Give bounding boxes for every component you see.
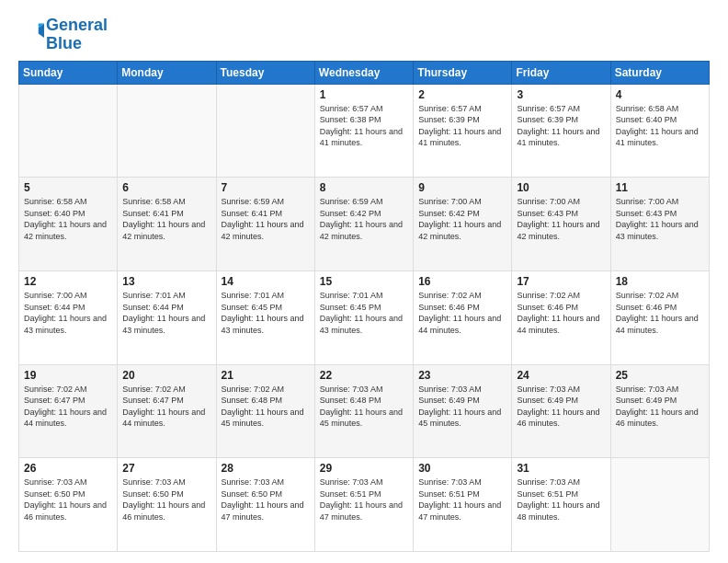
day-info: Sunrise: 7:01 AMSunset: 6:45 PMDaylight:… <box>320 290 408 336</box>
day-number: 15 <box>320 275 408 288</box>
logo-icon <box>18 22 44 48</box>
day-number: 25 <box>616 369 704 382</box>
day-number: 24 <box>517 369 605 382</box>
day-number: 31 <box>517 462 605 475</box>
day-info: Sunrise: 7:02 AMSunset: 6:46 PMDaylight:… <box>517 290 605 336</box>
calendar-week-row: 12Sunrise: 7:00 AMSunset: 6:44 PMDayligh… <box>19 270 710 364</box>
calendar-cell: 3Sunrise: 6:57 AMSunset: 6:39 PMDaylight… <box>512 84 610 178</box>
day-info: Sunrise: 6:57 AMSunset: 6:38 PMDaylight:… <box>320 103 408 149</box>
day-info: Sunrise: 7:01 AMSunset: 6:44 PMDaylight:… <box>122 290 210 336</box>
day-info: Sunrise: 7:03 AMSunset: 6:50 PMDaylight:… <box>24 477 112 523</box>
weekday-header-sunday: Sunday <box>19 61 118 84</box>
calendar-cell: 6Sunrise: 6:58 AMSunset: 6:41 PMDaylight… <box>118 178 216 271</box>
day-info: Sunrise: 6:57 AMSunset: 6:39 PMDaylight:… <box>418 103 506 149</box>
day-number: 18 <box>616 275 704 288</box>
calendar-cell: 30Sunrise: 7:03 AMSunset: 6:51 PMDayligh… <box>414 458 512 552</box>
calendar-cell: 28Sunrise: 7:03 AMSunset: 6:50 PMDayligh… <box>216 458 314 552</box>
day-number: 4 <box>616 88 704 101</box>
calendar-cell: 15Sunrise: 7:01 AMSunset: 6:45 PMDayligh… <box>314 270 413 364</box>
day-number: 29 <box>320 462 408 475</box>
day-number: 9 <box>418 181 506 194</box>
day-number: 10 <box>517 181 605 194</box>
day-info: Sunrise: 7:02 AMSunset: 6:47 PMDaylight:… <box>122 384 210 430</box>
day-info: Sunrise: 7:03 AMSunset: 6:49 PMDaylight:… <box>418 384 506 430</box>
day-info: Sunrise: 7:03 AMSunset: 6:49 PMDaylight:… <box>616 384 704 430</box>
day-number: 11 <box>616 181 704 194</box>
weekday-header-row: SundayMondayTuesdayWednesdayThursdayFrid… <box>19 61 710 84</box>
day-info: Sunrise: 6:58 AMSunset: 6:40 PMDaylight:… <box>616 103 704 149</box>
calendar-cell: 13Sunrise: 7:01 AMSunset: 6:44 PMDayligh… <box>118 270 216 364</box>
calendar-table: SundayMondayTuesdayWednesdayThursdayFrid… <box>18 61 710 552</box>
day-number: 20 <box>122 369 210 382</box>
logo: GeneralBlue <box>18 17 108 53</box>
calendar-cell: 7Sunrise: 6:59 AMSunset: 6:41 PMDaylight… <box>216 178 314 271</box>
day-info: Sunrise: 7:02 AMSunset: 6:48 PMDaylight:… <box>222 384 310 430</box>
day-number: 22 <box>320 369 408 382</box>
day-number: 1 <box>320 88 408 101</box>
calendar-cell <box>610 458 709 552</box>
day-info: Sunrise: 6:59 AMSunset: 6:41 PMDaylight:… <box>222 196 310 242</box>
day-number: 12 <box>24 275 112 288</box>
calendar-week-row: 19Sunrise: 7:02 AMSunset: 6:47 PMDayligh… <box>19 364 710 458</box>
day-info: Sunrise: 7:03 AMSunset: 6:50 PMDaylight:… <box>222 477 310 523</box>
calendar-cell <box>118 84 216 178</box>
calendar-cell: 12Sunrise: 7:00 AMSunset: 6:44 PMDayligh… <box>19 270 118 364</box>
day-info: Sunrise: 7:00 AMSunset: 6:43 PMDaylight:… <box>616 196 704 242</box>
calendar-cell: 10Sunrise: 7:00 AMSunset: 6:43 PMDayligh… <box>512 178 610 271</box>
page: GeneralBlue SundayMondayTuesdayWednesday… <box>0 0 728 563</box>
calendar-cell: 21Sunrise: 7:02 AMSunset: 6:48 PMDayligh… <box>216 364 314 458</box>
day-number: 16 <box>418 275 506 288</box>
day-number: 27 <box>122 462 210 475</box>
day-info: Sunrise: 6:58 AMSunset: 6:41 PMDaylight:… <box>122 196 210 242</box>
calendar-cell: 25Sunrise: 7:03 AMSunset: 6:49 PMDayligh… <box>610 364 709 458</box>
calendar-cell: 8Sunrise: 6:59 AMSunset: 6:42 PMDaylight… <box>314 178 413 271</box>
day-info: Sunrise: 6:59 AMSunset: 6:42 PMDaylight:… <box>320 196 408 242</box>
calendar-cell: 2Sunrise: 6:57 AMSunset: 6:39 PMDaylight… <box>414 84 512 178</box>
calendar-cell: 16Sunrise: 7:02 AMSunset: 6:46 PMDayligh… <box>414 270 512 364</box>
day-info: Sunrise: 7:00 AMSunset: 6:44 PMDaylight:… <box>24 290 112 336</box>
day-number: 5 <box>24 181 112 194</box>
calendar-cell <box>216 84 314 178</box>
day-number: 26 <box>24 462 112 475</box>
day-info: Sunrise: 6:57 AMSunset: 6:39 PMDaylight:… <box>517 103 605 149</box>
calendar-cell: 5Sunrise: 6:58 AMSunset: 6:40 PMDaylight… <box>19 178 118 271</box>
calendar-cell: 23Sunrise: 7:03 AMSunset: 6:49 PMDayligh… <box>414 364 512 458</box>
day-info: Sunrise: 7:02 AMSunset: 6:46 PMDaylight:… <box>616 290 704 336</box>
day-number: 28 <box>222 462 310 475</box>
calendar-cell: 19Sunrise: 7:02 AMSunset: 6:47 PMDayligh… <box>19 364 118 458</box>
calendar-week-row: 5Sunrise: 6:58 AMSunset: 6:40 PMDaylight… <box>19 178 710 271</box>
day-number: 3 <box>517 88 605 101</box>
day-info: Sunrise: 7:02 AMSunset: 6:47 PMDaylight:… <box>24 384 112 430</box>
calendar-week-row: 1Sunrise: 6:57 AMSunset: 6:38 PMDaylight… <box>19 84 710 178</box>
calendar-cell: 29Sunrise: 7:03 AMSunset: 6:51 PMDayligh… <box>314 458 413 552</box>
logo-text: GeneralBlue <box>46 17 108 53</box>
weekday-header-wednesday: Wednesday <box>314 61 413 84</box>
day-number: 6 <box>122 181 210 194</box>
day-number: 30 <box>418 462 506 475</box>
logo-blue: Blue <box>46 34 82 52</box>
day-info: Sunrise: 7:03 AMSunset: 6:49 PMDaylight:… <box>517 384 605 430</box>
day-number: 23 <box>418 369 506 382</box>
day-info: Sunrise: 7:00 AMSunset: 6:42 PMDaylight:… <box>418 196 506 242</box>
weekday-header-tuesday: Tuesday <box>216 61 314 84</box>
weekday-header-friday: Friday <box>512 61 610 84</box>
day-number: 21 <box>222 369 310 382</box>
day-info: Sunrise: 7:03 AMSunset: 6:51 PMDaylight:… <box>517 477 605 523</box>
calendar-cell: 26Sunrise: 7:03 AMSunset: 6:50 PMDayligh… <box>19 458 118 552</box>
calendar-cell: 9Sunrise: 7:00 AMSunset: 6:42 PMDaylight… <box>414 178 512 271</box>
calendar-cell: 27Sunrise: 7:03 AMSunset: 6:50 PMDayligh… <box>118 458 216 552</box>
day-info: Sunrise: 7:03 AMSunset: 6:51 PMDaylight:… <box>320 477 408 523</box>
day-info: Sunrise: 7:03 AMSunset: 6:48 PMDaylight:… <box>320 384 408 430</box>
calendar-cell: 14Sunrise: 7:01 AMSunset: 6:45 PMDayligh… <box>216 270 314 364</box>
calendar-cell: 11Sunrise: 7:00 AMSunset: 6:43 PMDayligh… <box>610 178 709 271</box>
day-info: Sunrise: 7:02 AMSunset: 6:46 PMDaylight:… <box>418 290 506 336</box>
calendar-cell: 4Sunrise: 6:58 AMSunset: 6:40 PMDaylight… <box>610 84 709 178</box>
calendar-cell: 20Sunrise: 7:02 AMSunset: 6:47 PMDayligh… <box>118 364 216 458</box>
calendar-cell: 18Sunrise: 7:02 AMSunset: 6:46 PMDayligh… <box>610 270 709 364</box>
day-info: Sunrise: 7:00 AMSunset: 6:43 PMDaylight:… <box>517 196 605 242</box>
calendar-cell: 24Sunrise: 7:03 AMSunset: 6:49 PMDayligh… <box>512 364 610 458</box>
calendar-cell: 31Sunrise: 7:03 AMSunset: 6:51 PMDayligh… <box>512 458 610 552</box>
day-info: Sunrise: 7:01 AMSunset: 6:45 PMDaylight:… <box>222 290 310 336</box>
day-info: Sunrise: 6:58 AMSunset: 6:40 PMDaylight:… <box>24 196 112 242</box>
weekday-header-thursday: Thursday <box>414 61 512 84</box>
